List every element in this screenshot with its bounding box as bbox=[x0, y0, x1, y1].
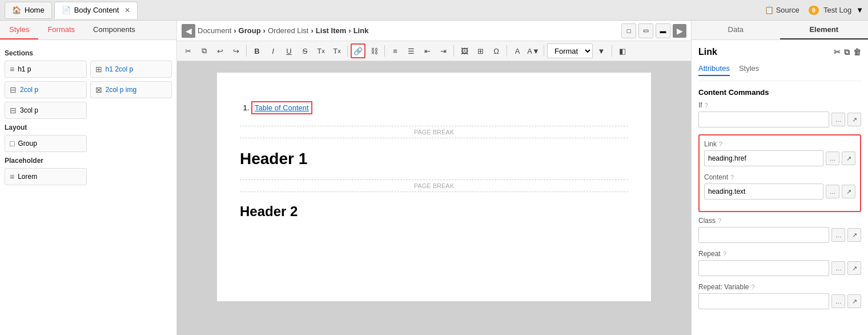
if-help-icon: ? bbox=[705, 102, 708, 109]
text-color-button[interactable]: A bbox=[510, 43, 525, 58]
delete-element-icon[interactable]: 🗑 bbox=[853, 47, 861, 57]
document-icon: 📄 bbox=[62, 6, 71, 14]
repeat-more-button[interactable]: … bbox=[831, 261, 845, 275]
if-input[interactable] bbox=[698, 111, 829, 127]
testlog-dropdown-icon[interactable]: ▼ bbox=[856, 6, 863, 14]
tab-formats[interactable]: Formats bbox=[38, 21, 84, 39]
tab-data[interactable]: Data bbox=[692, 21, 780, 39]
cut-element-icon[interactable]: ✂ bbox=[834, 47, 841, 57]
class-more-button[interactable]: … bbox=[831, 228, 845, 242]
sections-grid: ≡ h1 p ⊞ h1 2col p ⊟ 2col p ⊠ 2col p img… bbox=[5, 61, 172, 119]
component-group[interactable]: □ Group bbox=[5, 135, 87, 152]
sep-6 bbox=[544, 45, 544, 57]
sep-5 bbox=[507, 45, 507, 57]
table-button[interactable]: ⊞ bbox=[473, 43, 488, 58]
tab-home-label: Home bbox=[25, 6, 45, 14]
cut-button[interactable]: ✂ bbox=[180, 43, 195, 58]
breadcrumb-link[interactable]: Link bbox=[353, 26, 369, 35]
2col-p-icon: ⊟ bbox=[10, 85, 17, 94]
superscript-button[interactable]: Tx bbox=[329, 43, 344, 58]
component-h1p[interactable]: ≡ h1 p bbox=[5, 61, 87, 78]
format-dropdown-arrow[interactable]: ▼ bbox=[594, 43, 609, 58]
view-single-button[interactable]: □ bbox=[621, 23, 636, 38]
link-more-button[interactable]: … bbox=[826, 151, 839, 165]
breadcrumb-bar: ◀ Document › Group › Ordered List › List… bbox=[177, 21, 691, 41]
redo-button[interactable]: ↪ bbox=[228, 43, 243, 58]
underline-button[interactable]: U bbox=[282, 43, 296, 58]
lorem-label: Lorem bbox=[18, 173, 37, 181]
tab-body-content[interactable]: 📄 Body Content ✕ bbox=[54, 2, 138, 19]
link-label-text: Link bbox=[704, 140, 717, 148]
component-h1-2col-p[interactable]: ⊞ h1 2col p bbox=[90, 61, 172, 78]
collapse-left-button[interactable]: ◀ bbox=[182, 24, 195, 38]
repeat-field-group: Repeat ? … ↗ bbox=[698, 250, 861, 276]
view-split-button[interactable]: ▭ bbox=[638, 23, 653, 38]
close-tab-button[interactable]: ✕ bbox=[124, 6, 130, 14]
indent-increase-button[interactable]: ⇥ bbox=[436, 43, 451, 58]
toc-link[interactable]: Table of Content bbox=[251, 101, 312, 114]
strikethrough-button[interactable]: S bbox=[298, 43, 312, 58]
repeat-variable-label-text: Repeat: Variable bbox=[698, 283, 749, 291]
class-input[interactable] bbox=[698, 227, 829, 243]
collapse-right-button[interactable]: ▶ bbox=[673, 24, 686, 38]
content-label-text: Content bbox=[704, 173, 728, 181]
link-input[interactable] bbox=[704, 150, 823, 166]
attr-tab-attributes[interactable]: Attributes bbox=[698, 64, 730, 76]
tab-home[interactable]: 🏠 Home bbox=[5, 2, 52, 19]
copy-element-icon[interactable]: ⧉ bbox=[844, 47, 850, 57]
repeat-variable-label: Repeat: Variable ? bbox=[698, 283, 861, 291]
breadcrumb-document[interactable]: Document bbox=[198, 26, 231, 35]
component-2col-p-img[interactable]: ⊠ 2col p img bbox=[90, 81, 172, 98]
unordered-list-button[interactable]: ☰ bbox=[404, 43, 419, 58]
if-label: If ? bbox=[698, 101, 861, 109]
panel-title: Link ✂ ⧉ 🗑 bbox=[698, 47, 861, 57]
bg-color-button[interactable]: A▼ bbox=[526, 43, 541, 58]
view-double-button[interactable]: ▬ bbox=[656, 23, 670, 38]
source-edit-button[interactable]: ◧ bbox=[615, 43, 630, 58]
link-field-row: … ↗ bbox=[704, 150, 855, 166]
link-button[interactable]: 🔗 bbox=[351, 43, 365, 58]
repeat-variable-expand-button[interactable]: ↗ bbox=[847, 294, 861, 308]
unlink-button[interactable]: ⛓ bbox=[367, 43, 381, 58]
repeat-field-row: … ↗ bbox=[698, 260, 861, 276]
content-input[interactable] bbox=[704, 184, 823, 200]
tab-element[interactable]: Element bbox=[780, 21, 869, 39]
component-3col-p[interactable]: ⊟ 3col p bbox=[5, 102, 87, 119]
indent-decrease-button[interactable]: ⇤ bbox=[420, 43, 435, 58]
testlog-button[interactable]: Test Log bbox=[823, 6, 851, 14]
special-char-button[interactable]: Ω bbox=[489, 43, 504, 58]
format-dropdown[interactable]: Format bbox=[547, 43, 593, 58]
content-more-button[interactable]: … bbox=[826, 185, 839, 198]
copy-button[interactable]: ⧉ bbox=[196, 43, 211, 58]
center-area: ◀ Document › Group › Ordered List › List… bbox=[177, 21, 691, 335]
component-lorem[interactable]: ≡ Lorem bbox=[5, 168, 87, 185]
class-expand-button[interactable]: ↗ bbox=[847, 228, 861, 242]
italic-button[interactable]: I bbox=[266, 43, 280, 58]
image-button[interactable]: 🖼 bbox=[457, 43, 472, 58]
if-expand-button[interactable]: ↗ bbox=[847, 113, 861, 126]
lorem-icon: ≡ bbox=[10, 172, 14, 181]
repeat-input[interactable] bbox=[698, 260, 829, 276]
sections-label: Sections bbox=[5, 49, 172, 57]
source-button[interactable]: 📋 Source bbox=[760, 3, 804, 17]
if-more-button[interactable]: … bbox=[831, 113, 845, 126]
breadcrumb-ordered-list[interactable]: Ordered List bbox=[268, 26, 309, 35]
repeat-expand-button[interactable]: ↗ bbox=[847, 261, 861, 275]
content-expand-button[interactable]: ↗ bbox=[842, 185, 855, 198]
toc-list: Table of Content bbox=[240, 101, 628, 114]
class-field-row: … ↗ bbox=[698, 227, 861, 243]
undo-button[interactable]: ↩ bbox=[212, 43, 227, 58]
ordered-list-button[interactable]: ≡ bbox=[388, 43, 403, 58]
link-expand-button[interactable]: ↗ bbox=[842, 151, 855, 165]
tab-components[interactable]: Components bbox=[84, 21, 144, 39]
content-editor[interactable]: Table of Content PAGE BREAK Header 1 PAG… bbox=[177, 61, 691, 335]
component-2col-p[interactable]: ⊟ 2col p bbox=[5, 81, 87, 98]
breadcrumb-group[interactable]: Group bbox=[239, 26, 261, 35]
repeat-variable-more-button[interactable]: … bbox=[831, 294, 845, 308]
subscript-button[interactable]: Tx bbox=[314, 43, 328, 58]
bold-button[interactable]: B bbox=[250, 43, 264, 58]
breadcrumb-list-item[interactable]: List Item bbox=[316, 26, 346, 35]
repeat-variable-input[interactable] bbox=[698, 293, 829, 309]
tab-styles[interactable]: Styles bbox=[0, 21, 38, 39]
attr-tab-styles[interactable]: Styles bbox=[739, 64, 759, 76]
